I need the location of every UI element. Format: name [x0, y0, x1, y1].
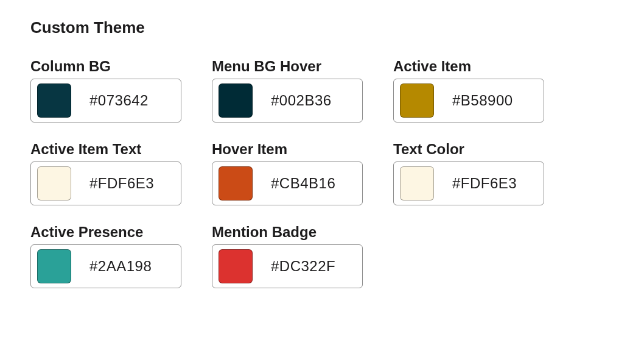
color-swatch [219, 83, 253, 118]
field-mention-badge: Mention Badge #DC322F [212, 224, 382, 288]
field-label: Mention Badge [212, 224, 382, 241]
color-swatch [219, 166, 253, 201]
field-label: Hover Item [212, 141, 382, 158]
color-value: #FDF6E3 [89, 175, 154, 192]
color-value: #B58900 [452, 92, 513, 109]
field-active-item-text: Active Item Text #FDF6E3 [30, 141, 201, 205]
field-label: Active Item Text [30, 141, 201, 158]
field-column-bg: Column BG #073642 [30, 58, 201, 122]
color-fields-grid: Column BG #073642 Menu BG Hover #002B36 … [30, 58, 614, 288]
color-input-text-color[interactable]: #FDF6E3 [393, 161, 544, 205]
section-title: Custom Theme [30, 18, 614, 37]
color-input-menu-bg-hover[interactable]: #002B36 [212, 79, 363, 122]
custom-theme-panel: Custom Theme Column BG #073642 Menu BG H… [0, 0, 644, 307]
field-active-item: Active Item #B58900 [393, 58, 564, 122]
color-value: #DC322F [271, 258, 335, 275]
field-hover-item: Hover Item #CB4B16 [212, 141, 382, 205]
color-input-active-presence[interactable]: #2AA198 [30, 244, 181, 288]
color-value: #CB4B16 [271, 175, 335, 192]
color-input-active-item-text[interactable]: #FDF6E3 [30, 161, 181, 205]
color-value: #073642 [89, 92, 149, 109]
field-menu-bg-hover: Menu BG Hover #002B36 [212, 58, 382, 122]
field-label: Menu BG Hover [212, 58, 382, 75]
color-value: #FDF6E3 [452, 175, 517, 192]
color-swatch [37, 166, 71, 201]
field-label: Column BG [30, 58, 201, 75]
field-label: Text Color [393, 141, 564, 158]
color-swatch [400, 83, 434, 118]
color-value: #002B36 [271, 92, 332, 109]
field-label: Active Presence [30, 224, 201, 241]
color-swatch [400, 166, 434, 201]
color-input-mention-badge[interactable]: #DC322F [212, 244, 363, 288]
color-input-column-bg[interactable]: #073642 [30, 79, 181, 122]
field-active-presence: Active Presence #2AA198 [30, 224, 201, 288]
field-label: Active Item [393, 58, 564, 75]
color-input-hover-item[interactable]: #CB4B16 [212, 161, 363, 205]
field-text-color: Text Color #FDF6E3 [393, 141, 564, 205]
color-value: #2AA198 [89, 258, 152, 275]
color-input-active-item[interactable]: #B58900 [393, 79, 544, 122]
color-swatch [219, 249, 253, 283]
color-swatch [37, 249, 71, 283]
color-swatch [37, 83, 71, 118]
